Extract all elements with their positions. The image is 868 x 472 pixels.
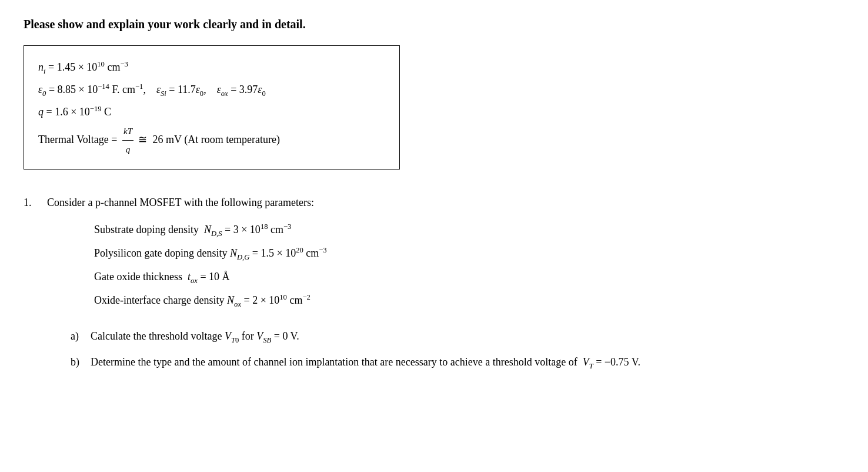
sub-questions: a) Calculate the threshold voltage VT0 f… <box>71 325 844 375</box>
fraction-denominator: q <box>125 141 132 158</box>
thermal-voltage-line: Thermal Voltage = kT q ≅ 26 mV (At room … <box>38 122 385 158</box>
question-section: 1. Consider a p-channel MOSFET with the … <box>24 197 844 375</box>
question-1: 1. Consider a p-channel MOSFET with the … <box>24 197 844 375</box>
question-1-number: 1. <box>24 197 40 209</box>
question-1-text: Consider a p-channel MOSFET with the fol… <box>47 197 314 209</box>
given-constants-box: ni = 1.45 × 1010 cm−3 ε0 = 8.85 × 10−14 … <box>24 45 400 169</box>
sub-question-a: a) Calculate the threshold voltage VT0 f… <box>71 325 844 348</box>
sub-label-a: a) <box>71 325 85 348</box>
parameters-block: Substrate doping density ND,S = 3 × 1018… <box>94 218 844 313</box>
fraction-numerator: kT <box>122 122 133 141</box>
header-instruction: Please show and explain your work clearl… <box>24 18 844 31</box>
param-oxide-charge: Oxide-interface charge density Nox = 2 ×… <box>94 289 844 313</box>
question-1-header: 1. Consider a p-channel MOSFET with the … <box>24 197 844 209</box>
sub-question-b: b) Determine the type and the amount of … <box>71 351 844 374</box>
sub-text-a: Calculate the threshold voltage VT0 for … <box>91 325 844 348</box>
param-gate-doping: Polysilicon gate doping density ND,G = 1… <box>94 242 844 265</box>
sub-text-b: Determine the type and the amount of cha… <box>91 351 844 374</box>
constant-ni: ni = 1.45 × 1010 cm−3 <box>38 56 385 79</box>
param-gate-thickness: Gate oxide thickness tox = 10 Å <box>94 265 844 289</box>
constant-q: q = 1.6 × 10−19 C <box>38 101 385 122</box>
constant-epsilon: ε0 = 8.85 × 10−14 F. cm−1, εSi = 11.7ε0,… <box>38 79 385 101</box>
sub-label-b: b) <box>71 351 85 374</box>
param-substrate-doping: Substrate doping density ND,S = 3 × 1018… <box>94 218 844 242</box>
thermal-fraction: kT q <box>122 122 133 158</box>
thermal-voltage-label: Thermal Voltage = <box>38 133 117 145</box>
thermal-voltage-value: ≅ 26 mV (At room temperature) <box>138 133 280 145</box>
